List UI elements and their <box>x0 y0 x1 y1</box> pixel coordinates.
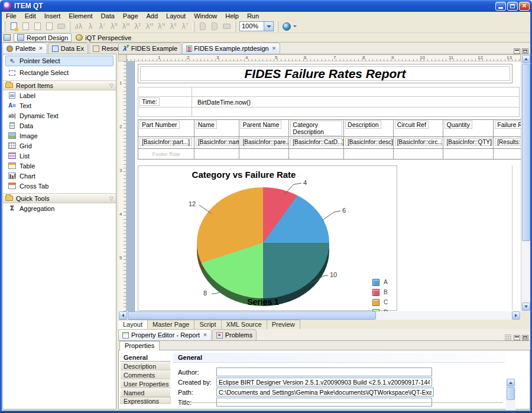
tab-preview[interactable]: Preview <box>267 320 300 329</box>
scroll-up-button[interactable] <box>522 55 530 63</box>
title-bar[interactable]: ITEM QT ✕ <box>0 0 532 12</box>
header-cell[interactable]: Parent Name <box>239 120 290 136</box>
footer-cell[interactable] <box>194 149 239 159</box>
export-button[interactable] <box>209 21 220 31</box>
header-cell[interactable]: Description <box>344 120 394 136</box>
scroll-thumb[interactable] <box>522 64 530 241</box>
horizontal-scrollbar[interactable] <box>118 311 521 320</box>
palette-item-text[interactable]: A≡Text <box>3 100 116 110</box>
tool-rectangle-select[interactable]: Rectangle Select <box>5 67 113 78</box>
close-icon[interactable]: ✕ <box>38 45 43 51</box>
data-cell[interactable]: [Results::FR] <box>494 137 521 148</box>
data-cell[interactable]: [BasicInfor::CatD...] <box>289 137 344 148</box>
maximize-view-button[interactable] <box>522 48 528 54</box>
category-comments[interactable]: Comments <box>120 370 171 379</box>
perspective-report-design[interactable]: Report Design <box>14 33 72 42</box>
menu-run[interactable]: Run <box>243 12 263 19</box>
scroll-down-button[interactable] <box>522 303 530 311</box>
created-by-field[interactable] <box>216 378 432 386</box>
data-cell[interactable]: [BasicInfor::pare...] <box>239 137 290 148</box>
lambda-tool-button-7[interactable]: λM <box>144 21 155 31</box>
grid-row[interactable]: Time: BirtDateTime.now() <box>138 97 519 108</box>
palette-item-dynamic-text[interactable]: ab|Dynamic Text <box>3 110 116 121</box>
close-icon[interactable]: ✕ <box>203 332 207 338</box>
palette-item-label[interactable]: abLabel <box>3 90 116 100</box>
footer-cell[interactable] <box>394 149 443 159</box>
lambda-tool-button-8[interactable]: λN <box>156 21 167 31</box>
chevron-down-icon[interactable] <box>293 25 297 27</box>
palette-item-crosstab[interactable]: Cross Tab <box>3 181 116 191</box>
report-table[interactable]: Part Number Name Parent Name Category De… <box>138 119 521 160</box>
view-menu-icon[interactable] <box>505 334 512 340</box>
category-named-expressions[interactable]: Named Expressions <box>120 388 171 397</box>
title-cell[interactable]: FIDES Failure Rates Report <box>140 66 510 81</box>
footer-cell[interactable]: Footer Row <box>138 149 194 159</box>
tab-fides-example[interactable]: λF FIDES Example <box>118 43 181 54</box>
close-icon[interactable]: ✕ <box>272 45 277 51</box>
palette-item-chart[interactable]: Chart <box>3 171 116 181</box>
lambda-tool-button-1[interactable]: ∂λ <box>73 21 84 31</box>
tab-palette[interactable]: Palette ✕ <box>2 43 47 54</box>
collapse-icon[interactable]: ▽ <box>109 83 113 89</box>
footer-cell[interactable] <box>239 149 290 159</box>
tab-layout[interactable]: Layout <box>118 320 148 329</box>
footer-cell[interactable] <box>494 149 521 159</box>
tab-data-explorer[interactable]: Data Ex <box>48 43 88 54</box>
tab-problems[interactable]: Problems <box>212 329 257 340</box>
close-button[interactable]: ✕ <box>519 2 530 11</box>
header-cell[interactable]: Category Description <box>289 120 344 136</box>
run-report-button[interactable] <box>221 21 232 31</box>
lambda-tool-button-6[interactable]: λΣ <box>132 21 143 31</box>
tab-properties[interactable]: Properties <box>119 341 160 350</box>
category-general[interactable]: General <box>120 353 171 362</box>
zoom-value-field[interactable]: 100% <box>239 21 264 31</box>
data-cell[interactable]: [BasicInfor::QTY] <box>443 137 494 148</box>
header-cell[interactable]: Part Number <box>138 120 194 136</box>
menu-help[interactable]: Help <box>221 12 243 19</box>
menu-insert[interactable]: Insert <box>40 12 65 19</box>
table-header-row[interactable]: Part Number Name Parent Name Category De… <box>138 119 521 137</box>
time-grid[interactable]: Time: BirtDateTime.now() <box>138 87 520 117</box>
perspective-iqt[interactable]: iQT Perspective <box>73 33 134 42</box>
design-canvas[interactable]: 1 2 3 4 5 FIDES Failure Rates Report Tim… <box>118 61 521 311</box>
lambda-tool-button-5[interactable]: λM <box>121 21 131 31</box>
footer-cell[interactable] <box>443 149 494 159</box>
tool-pointer-select[interactable]: ⇖ Pointer Select <box>5 56 113 66</box>
menu-element[interactable]: Element <box>64 12 96 19</box>
menu-edit[interactable]: Edit <box>21 12 40 19</box>
minimize-button[interactable] <box>495 2 506 11</box>
save-button[interactable] <box>20 21 31 31</box>
category-description[interactable]: Description <box>120 362 171 370</box>
path-field[interactable] <box>216 388 434 396</box>
tab-master-page[interactable]: Master Page <box>148 320 194 329</box>
scroll-right-button[interactable] <box>512 311 520 320</box>
palette-item-table[interactable]: Table <box>3 161 116 171</box>
menu-file[interactable]: File <box>2 12 21 19</box>
group-report-items[interactable]: Report Items ▽ <box>3 80 116 90</box>
menu-data[interactable]: Data <box>97 12 119 19</box>
scroll-thumb[interactable] <box>507 387 515 400</box>
footer-cell[interactable] <box>289 149 344 159</box>
menu-layout[interactable]: Layout <box>162 12 190 19</box>
lambda-tool-button-4[interactable]: λB <box>109 21 119 31</box>
maximize-view-button[interactable] <box>522 335 528 340</box>
minimize-view-button[interactable] <box>514 335 520 340</box>
palette-item-data[interactable]: Data <box>3 121 116 131</box>
footer-cell[interactable] <box>344 149 394 159</box>
copy-button[interactable] <box>32 21 43 31</box>
property-scrollbar[interactable] <box>506 379 515 413</box>
web-preview-button[interactable] <box>281 21 292 31</box>
data-cell[interactable]: [BasicInfor::desc] <box>344 137 394 148</box>
author-field[interactable] <box>216 368 432 376</box>
palette-item-grid[interactable]: Grid <box>3 141 116 151</box>
time-expression[interactable]: BirtDateTime.now() <box>197 99 251 106</box>
header-cell[interactable]: Circuit Ref <box>394 120 443 136</box>
time-label[interactable]: Time: <box>140 97 160 106</box>
scroll-thumb[interactable] <box>128 311 376 320</box>
palette-item-aggregation[interactable]: ΣAggregation <box>3 203 116 213</box>
data-cell[interactable]: [BasicInfor::circ...] <box>394 137 443 148</box>
header-cell[interactable]: Quantity <box>443 120 494 136</box>
print-button[interactable] <box>56 21 66 31</box>
table-detail-row[interactable]: [BasicInfor::part...] [BasicInfor::name]… <box>138 137 521 149</box>
header-cell[interactable]: Failure Rate <box>494 120 521 136</box>
